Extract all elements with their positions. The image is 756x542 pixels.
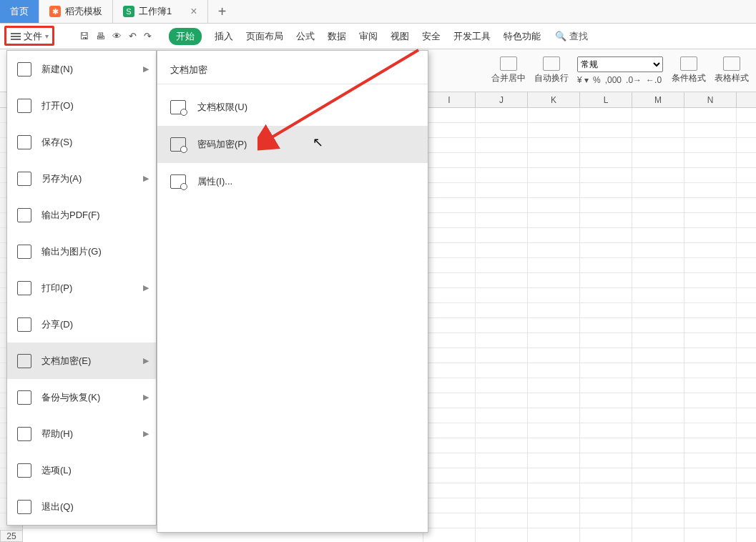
cell[interactable] xyxy=(528,183,580,197)
cell[interactable] xyxy=(423,213,476,227)
cell[interactable] xyxy=(528,348,580,363)
cell[interactable] xyxy=(423,123,476,137)
search-button[interactable]: 🔍 查找 xyxy=(555,30,588,43)
cell[interactable] xyxy=(580,438,632,453)
cell[interactable] xyxy=(528,498,580,513)
tab-template[interactable]: ✱ 稻壳模板 xyxy=(39,0,113,23)
dec-inc-icon[interactable]: .0→ xyxy=(626,75,642,85)
cell[interactable] xyxy=(528,438,580,453)
cell[interactable] xyxy=(476,408,528,423)
tab-security[interactable]: 安全 xyxy=(422,30,441,43)
cell[interactable] xyxy=(528,423,580,438)
cell[interactable] xyxy=(632,378,684,393)
tab-start[interactable]: 开始 xyxy=(169,28,202,45)
cell[interactable] xyxy=(476,198,528,212)
file-menu-item[interactable]: 新建(N)▶ xyxy=(7,51,156,87)
cell[interactable] xyxy=(423,183,476,197)
cell[interactable] xyxy=(684,513,737,528)
cell[interactable] xyxy=(580,318,632,332)
cell[interactable] xyxy=(684,153,737,167)
cell[interactable] xyxy=(580,198,632,212)
cell[interactable] xyxy=(423,228,476,242)
cell[interactable] xyxy=(476,318,528,332)
tab-special[interactable]: 特色功能 xyxy=(504,30,541,43)
cell[interactable] xyxy=(632,423,684,438)
cell[interactable] xyxy=(684,138,737,152)
cell[interactable] xyxy=(423,258,476,272)
cell[interactable] xyxy=(476,183,528,197)
cell[interactable] xyxy=(476,453,528,468)
cell[interactable] xyxy=(423,438,476,453)
undo-icon[interactable]: ↶ xyxy=(129,31,137,41)
cell[interactable] xyxy=(476,168,528,182)
print-icon[interactable]: 🖶 xyxy=(96,31,105,41)
submenu-item[interactable]: 属性(I)... xyxy=(157,163,428,200)
tab-formula[interactable]: 公式 xyxy=(296,30,315,43)
cell[interactable] xyxy=(423,468,476,483)
cell[interactable] xyxy=(632,348,684,363)
cell[interactable] xyxy=(684,348,737,363)
cell[interactable] xyxy=(528,108,580,122)
file-menu-item[interactable]: 打印(P)▶ xyxy=(7,270,156,306)
cell[interactable] xyxy=(476,303,528,317)
cell[interactable] xyxy=(580,468,632,483)
cell[interactable] xyxy=(476,123,528,137)
save-icon[interactable]: 🖫 xyxy=(79,31,89,41)
table-style-button[interactable]: 表格样式 xyxy=(715,56,749,84)
file-menu-item[interactable]: 打开(O) xyxy=(7,87,156,124)
cell[interactable] xyxy=(580,168,632,182)
cell[interactable] xyxy=(580,288,632,302)
cell[interactable] xyxy=(684,123,737,137)
cell[interactable] xyxy=(476,273,528,287)
tab-data[interactable]: 数据 xyxy=(328,30,346,43)
cell[interactable] xyxy=(423,393,476,408)
cell[interactable] xyxy=(632,528,684,542)
cell[interactable] xyxy=(528,303,580,317)
cell[interactable] xyxy=(423,483,476,498)
cell[interactable] xyxy=(476,333,528,348)
tab-dev[interactable]: 开发工具 xyxy=(453,30,491,43)
file-menu-item[interactable]: 分享(D) xyxy=(7,306,156,343)
cell[interactable] xyxy=(423,198,476,212)
cell[interactable] xyxy=(632,183,684,197)
cell[interactable] xyxy=(423,318,476,332)
row-header-25[interactable]: 25 xyxy=(0,530,23,542)
cell[interactable] xyxy=(684,288,737,302)
cell[interactable] xyxy=(423,348,476,363)
cell[interactable] xyxy=(423,333,476,348)
cell[interactable] xyxy=(684,303,737,317)
comma-icon[interactable]: ,000 xyxy=(605,75,622,85)
cell[interactable] xyxy=(580,138,632,152)
file-menu-item[interactable]: 输出为PDF(F) xyxy=(7,197,156,233)
cell[interactable] xyxy=(580,513,632,528)
cell[interactable] xyxy=(423,363,476,378)
cell[interactable] xyxy=(684,228,737,242)
cell[interactable] xyxy=(684,528,737,542)
cell[interactable] xyxy=(684,408,737,423)
cell[interactable] xyxy=(528,378,580,393)
cell[interactable] xyxy=(632,123,684,137)
cell[interactable] xyxy=(476,228,528,242)
cell[interactable] xyxy=(528,468,580,483)
cell[interactable] xyxy=(684,183,737,197)
cell[interactable] xyxy=(580,333,632,348)
cell[interactable] xyxy=(632,393,684,408)
col-N[interactable]: N xyxy=(684,92,737,107)
wrap-text-button[interactable]: 自动换行 xyxy=(534,56,569,84)
cell[interactable] xyxy=(476,213,528,227)
cell[interactable] xyxy=(632,438,684,453)
cell[interactable] xyxy=(476,108,528,122)
cell[interactable] xyxy=(632,408,684,423)
cell[interactable] xyxy=(632,153,684,167)
cell[interactable] xyxy=(632,198,684,212)
file-button[interactable]: 文件 ▾ xyxy=(6,27,54,46)
cell[interactable] xyxy=(580,183,632,197)
cell[interactable] xyxy=(423,498,476,513)
cell[interactable] xyxy=(423,153,476,167)
add-tab-button[interactable]: + xyxy=(208,0,237,23)
cell[interactable] xyxy=(580,258,632,272)
cell[interactable] xyxy=(684,483,737,498)
col-M[interactable]: M xyxy=(632,92,684,107)
cell[interactable] xyxy=(632,513,684,528)
cell[interactable] xyxy=(684,393,737,408)
